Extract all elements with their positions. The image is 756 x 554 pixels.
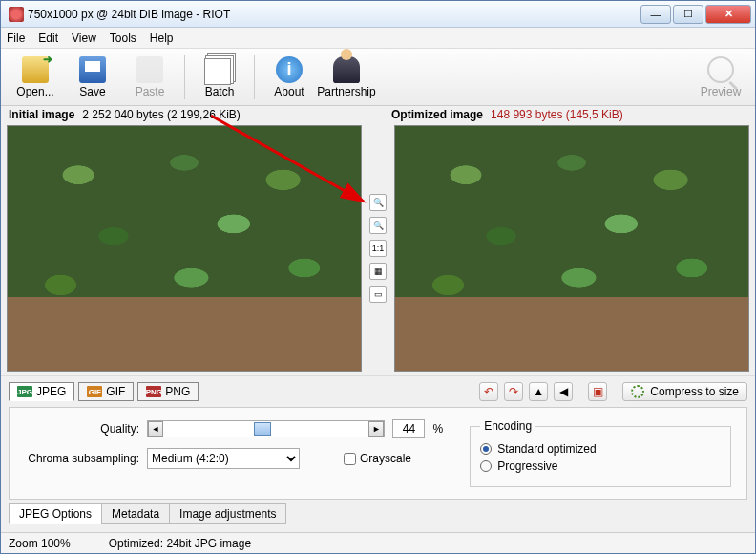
batch-button[interactable]: Batch bbox=[191, 52, 248, 103]
compress-label: Compress to size bbox=[650, 385, 739, 398]
menu-tools[interactable]: Tools bbox=[110, 32, 136, 45]
minimize-button[interactable]: — bbox=[640, 5, 671, 24]
chroma-select[interactable]: Medium (4:2:0) bbox=[147, 448, 300, 469]
batch-label: Batch bbox=[205, 85, 235, 98]
preview-button: Preview bbox=[692, 52, 749, 103]
radio-dot-off bbox=[480, 460, 492, 472]
image-content bbox=[8, 126, 361, 371]
jpeg-options-panel: Quality: ◄ ► % Chroma subsampling: Mediu… bbox=[9, 407, 747, 500]
initial-header: Initial image 2 252 040 bytes (2 199,26 … bbox=[9, 108, 365, 121]
jpeg-tab-label: JPEG bbox=[36, 385, 66, 398]
open-button[interactable]: Open... bbox=[7, 52, 64, 103]
about-label: About bbox=[274, 85, 304, 98]
save-icon bbox=[79, 56, 106, 83]
png-badge-icon: PNG bbox=[146, 386, 161, 397]
encoding-fieldset: Encoding Standard optimized Progressive bbox=[470, 419, 731, 487]
compress-to-size-button[interactable]: Compress to size bbox=[622, 382, 747, 401]
tab-image-adjustments[interactable]: Image adjustments bbox=[169, 503, 286, 524]
chroma-row: Chroma subsampling: Medium (4:2:0) Grays… bbox=[25, 448, 443, 469]
flip-vertical-button[interactable]: ◀ bbox=[554, 382, 573, 401]
window-buttons: — ☐ ✕ bbox=[640, 5, 751, 24]
quality-percent: % bbox=[432, 422, 443, 436]
png-tab-label: PNG bbox=[165, 385, 190, 398]
format-tab-png[interactable]: PNGPNG bbox=[137, 382, 199, 401]
app-icon bbox=[9, 7, 24, 22]
quality-value-input[interactable] bbox=[392, 419, 425, 438]
zoom-fit-button[interactable]: ▦ bbox=[369, 263, 387, 280]
menu-view[interactable]: View bbox=[72, 32, 96, 45]
slider-right-arrow[interactable]: ► bbox=[368, 421, 384, 437]
status-optimized: Optimized: 24bit JPG image bbox=[109, 537, 251, 550]
toolbar: Open... Save Paste Batch iAbout Partners… bbox=[1, 49, 755, 106]
zoom-tools: 🔍 🔍 1:1 ▦ ▭ bbox=[368, 125, 388, 372]
gif-tab-label: GIF bbox=[106, 385, 125, 398]
encoding-progressive-radio[interactable]: Progressive bbox=[480, 459, 721, 473]
optimized-header: Optimized image 148 993 bytes (145,5 KiB… bbox=[365, 108, 747, 121]
slider-thumb[interactable] bbox=[254, 422, 271, 436]
radio-dot-on bbox=[480, 443, 492, 455]
optimized-label: Optimized image bbox=[391, 108, 483, 121]
about-button[interactable]: iAbout bbox=[261, 52, 318, 103]
app-window: 750x1000 px @ 24bit DIB image - RIOT — ☐… bbox=[0, 0, 756, 554]
rotate-ccw-button[interactable]: ↶ bbox=[479, 382, 498, 401]
paste-icon bbox=[136, 56, 163, 83]
separator bbox=[184, 55, 185, 99]
paste-button: Paste bbox=[121, 52, 178, 103]
quality-row: Quality: ◄ ► % bbox=[25, 419, 443, 438]
initial-size: 2 252 040 bytes (2 199,26 KiB) bbox=[82, 108, 240, 121]
zoom-in-button[interactable]: 🔍 bbox=[369, 194, 387, 211]
format-tab-gif[interactable]: GIFGIF bbox=[78, 382, 134, 401]
grayscale-checkbox[interactable]: Grayscale bbox=[344, 452, 411, 465]
initial-image-view[interactable] bbox=[7, 125, 362, 372]
tab-metadata[interactable]: Metadata bbox=[101, 503, 170, 524]
magnifier-icon bbox=[707, 56, 734, 83]
info-icon: i bbox=[276, 56, 303, 83]
batch-icon bbox=[204, 58, 231, 85]
progressive-label: Progressive bbox=[497, 459, 557, 473]
jpeg-badge-icon: JPG bbox=[17, 386, 32, 397]
image-headers: Initial image 2 252 040 bytes (2 199,26 … bbox=[1, 106, 755, 125]
partnership-label: Partnership bbox=[317, 85, 375, 98]
bottom-tabs: JPEG Options Metadata Image adjustments bbox=[1, 503, 755, 524]
menu-help[interactable]: Help bbox=[150, 32, 174, 45]
status-bar: Zoom 100% Optimized: 24bit JPG image bbox=[1, 532, 755, 553]
optimized-image-view[interactable] bbox=[394, 125, 749, 372]
rotate-cw-button[interactable]: ↷ bbox=[504, 382, 523, 401]
format-row: JPGJPEG GIFGIF PNGPNG ↶ ↷ ▲ ◀ ▣ Compress… bbox=[1, 375, 755, 407]
menu-edit[interactable]: Edit bbox=[38, 32, 58, 45]
gif-badge-icon: GIF bbox=[87, 386, 102, 397]
titlebar: 750x1000 px @ 24bit DIB image - RIOT — ☐… bbox=[1, 1, 755, 28]
crop-button[interactable]: ▣ bbox=[588, 382, 607, 401]
maximize-button[interactable]: ☐ bbox=[673, 5, 704, 24]
zoom-out-button[interactable]: 🔍 bbox=[369, 217, 387, 234]
paste-label: Paste bbox=[136, 85, 165, 98]
image-tools: ↶ ↷ ▲ ◀ ▣ Compress to size bbox=[479, 382, 747, 401]
quality-slider[interactable]: ◄ ► bbox=[147, 420, 385, 437]
separator bbox=[254, 55, 255, 99]
zoom-screen-button[interactable]: ▭ bbox=[369, 286, 387, 303]
folder-open-icon bbox=[22, 56, 49, 83]
window-title-wrap: 750x1000 px @ 24bit DIB image - RIOT bbox=[5, 7, 640, 22]
grayscale-label: Grayscale bbox=[360, 452, 411, 465]
format-tab-jpeg[interactable]: JPGJPEG bbox=[9, 382, 74, 401]
save-button[interactable]: Save bbox=[64, 52, 121, 103]
image-comparison: 🔍 🔍 1:1 ▦ ▭ bbox=[1, 125, 755, 372]
encoding-legend: Encoding bbox=[480, 419, 536, 433]
chroma-label: Chroma subsampling: bbox=[25, 452, 139, 465]
zoom-actual-button[interactable]: 1:1 bbox=[369, 240, 387, 257]
close-button[interactable]: ✕ bbox=[705, 5, 751, 24]
save-label: Save bbox=[79, 85, 105, 98]
menubar: File Edit View Tools Help bbox=[1, 28, 755, 49]
menu-file[interactable]: File bbox=[7, 32, 25, 45]
person-icon bbox=[333, 56, 360, 83]
initial-label: Initial image bbox=[9, 108, 74, 121]
flip-horizontal-button[interactable]: ▲ bbox=[529, 382, 548, 401]
status-zoom: Zoom 100% bbox=[9, 537, 71, 550]
tab-jpeg-options[interactable]: JPEG Options bbox=[9, 503, 102, 524]
partnership-button[interactable]: Partnership bbox=[318, 52, 375, 103]
encoding-standard-radio[interactable]: Standard optimized bbox=[480, 442, 721, 456]
grayscale-input[interactable] bbox=[344, 453, 356, 465]
slider-left-arrow[interactable]: ◄ bbox=[148, 421, 163, 437]
quality-label: Quality: bbox=[25, 422, 139, 436]
standard-label: Standard optimized bbox=[497, 442, 596, 456]
